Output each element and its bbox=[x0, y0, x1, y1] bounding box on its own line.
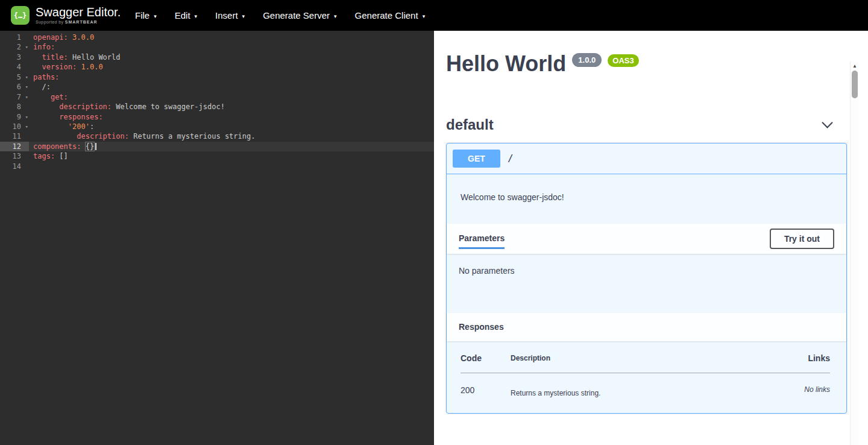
editor-line[interactable]: 13tags: [] bbox=[0, 151, 434, 161]
operation-description: Welcome to swagger-jsdoc! bbox=[447, 174, 846, 224]
code-line: description: Welcome to swagger-jsdoc! bbox=[29, 102, 225, 112]
yaml-editor[interactable]: 1openapi: 3.0.02▾info:3 title: Hello Wor… bbox=[0, 31, 434, 445]
responses-header-links: Links bbox=[764, 353, 830, 373]
operation-summary[interactable]: GET / bbox=[447, 144, 846, 174]
editor-line[interactable]: 2▾info: bbox=[0, 42, 434, 52]
editor-line[interactable]: 5▾paths: bbox=[0, 72, 434, 82]
code-line: '200': bbox=[29, 122, 94, 131]
scrollbar-up-arrow-icon[interactable]: ▲ bbox=[851, 63, 859, 69]
logo-subtitle-prefix: Supported by bbox=[36, 20, 63, 24]
response-code: 200 bbox=[461, 373, 511, 397]
line-number: 10▾ bbox=[0, 122, 29, 131]
code-line: info: bbox=[29, 42, 55, 52]
swagger-ui: Hello World 1.0.0 OAS3 default GET / Wel… bbox=[434, 52, 859, 414]
code-line bbox=[29, 162, 33, 171]
api-info: Hello World 1.0.0 OAS3 bbox=[446, 52, 847, 75]
parameters-header: Parameters Try it out bbox=[447, 224, 846, 254]
fold-arrow-icon[interactable]: ▾ bbox=[25, 112, 28, 122]
line-number: 4 bbox=[0, 62, 29, 72]
caret-down-icon: ▾ bbox=[423, 12, 426, 19]
text-cursor bbox=[95, 143, 96, 150]
editor-line[interactable]: 12components: {} bbox=[0, 142, 434, 151]
response-links: No links bbox=[764, 373, 830, 397]
fold-arrow-icon[interactable]: ▾ bbox=[25, 122, 28, 131]
editor-line[interactable]: 3 title: Hello World bbox=[0, 52, 434, 62]
caret-down-icon: ▾ bbox=[195, 12, 198, 19]
code-line: responses: bbox=[29, 112, 103, 122]
code-line: version: 1.0.0 bbox=[29, 62, 103, 72]
line-number: 9▾ bbox=[0, 112, 29, 122]
line-number: 1 bbox=[0, 33, 29, 42]
response-row: 200Returns a mysterious string.No links bbox=[461, 373, 830, 397]
swagger-logo-icon: {…} bbox=[11, 6, 30, 25]
chevron-down-icon[interactable] bbox=[822, 117, 832, 128]
editor-line[interactable]: 7▾ get: bbox=[0, 92, 434, 102]
code-line: title: Hello World bbox=[29, 52, 121, 62]
responses-title: Responses bbox=[459, 322, 504, 332]
logo-subtitle: Supported by SMARTBEAR bbox=[36, 20, 121, 24]
tag-section-default[interactable]: default bbox=[446, 116, 847, 133]
response-description: Returns a mysterious string. bbox=[511, 373, 764, 397]
fold-arrow-icon[interactable]: ▾ bbox=[25, 42, 28, 52]
version-badge: 1.0.0 bbox=[572, 53, 602, 67]
responses-body: Code Description Links 200Returns a myst… bbox=[447, 341, 846, 413]
menu-insert[interactable]: Insert▾ bbox=[215, 10, 245, 21]
responses-header: Responses bbox=[447, 313, 846, 341]
tab-parameters[interactable]: Parameters bbox=[459, 233, 505, 249]
code-line: paths: bbox=[29, 72, 59, 82]
fold-arrow-icon[interactable]: ▾ bbox=[25, 92, 28, 102]
preview-scrollbar[interactable]: ▲ ▼ bbox=[850, 62, 859, 445]
line-number: 7▾ bbox=[0, 92, 29, 102]
tag-section-title: default bbox=[446, 116, 494, 133]
caret-down-icon: ▾ bbox=[154, 12, 157, 19]
caret-down-icon: ▾ bbox=[334, 12, 337, 19]
try-it-out-button[interactable]: Try it out bbox=[770, 229, 834, 249]
logo-text: Swagger Editor. Supported by SMARTBEAR bbox=[36, 6, 121, 24]
api-title: Hello World bbox=[446, 52, 566, 75]
fold-arrow-icon[interactable]: ▾ bbox=[25, 72, 28, 82]
responses-table-header-row: Code Description Links bbox=[461, 353, 830, 373]
scrollbar-thumb[interactable] bbox=[852, 71, 858, 98]
main-split: 1openapi: 3.0.02▾info:3 title: Hello Wor… bbox=[0, 31, 868, 445]
menu-file[interactable]: File▾ bbox=[135, 10, 157, 21]
menu-label: Generate Server bbox=[263, 10, 330, 21]
code-line: get: bbox=[29, 92, 68, 102]
logo-subtitle-brand: SMARTBEAR bbox=[65, 20, 98, 24]
responses-header-description: Description bbox=[511, 353, 764, 373]
code-line: description: Returns a mysterious string… bbox=[29, 131, 255, 141]
responses-header-code: Code bbox=[461, 353, 511, 373]
fold-arrow-icon[interactable]: ▾ bbox=[25, 82, 28, 92]
code-line: components: {} bbox=[29, 142, 96, 151]
line-number: 5▾ bbox=[0, 72, 29, 82]
line-number: 12 bbox=[0, 142, 29, 151]
line-number: 2▾ bbox=[0, 42, 29, 52]
editor-line[interactable]: 10▾ '200': bbox=[0, 122, 434, 131]
line-number: 3 bbox=[0, 52, 29, 62]
line-number: 11 bbox=[0, 131, 29, 141]
menu-generate-server[interactable]: Generate Server▾ bbox=[263, 10, 336, 21]
menu-generate-client[interactable]: Generate Client▾ bbox=[355, 10, 426, 21]
menu-edit[interactable]: Edit▾ bbox=[175, 10, 197, 21]
line-number: 6▾ bbox=[0, 82, 29, 92]
editor-line[interactable]: 6▾ /: bbox=[0, 82, 434, 92]
menu-bar: File▾Edit▾Insert▾Generate Server▾Generat… bbox=[135, 10, 425, 21]
code-line: openapi: 3.0.0 bbox=[29, 33, 94, 42]
oas-badge: OAS3 bbox=[608, 54, 638, 67]
line-number: 14 bbox=[0, 162, 29, 171]
menu-label: Generate Client bbox=[355, 10, 418, 21]
editor-line[interactable]: 11 description: Returns a mysterious str… bbox=[0, 131, 434, 141]
line-number: 8 bbox=[0, 102, 29, 112]
editor-line[interactable]: 1openapi: 3.0.0 bbox=[0, 33, 434, 42]
operation-path: / bbox=[508, 153, 514, 164]
operation-block: GET / Welcome to swagger-jsdoc! Paramete… bbox=[446, 143, 847, 414]
editor-line[interactable]: 9▾ responses: bbox=[0, 112, 434, 122]
menu-label: Edit bbox=[175, 10, 190, 21]
editor-line[interactable]: 8 description: Welcome to swagger-jsdoc! bbox=[0, 102, 434, 112]
parameters-body: No parameters bbox=[447, 254, 846, 313]
preview-pane: Hello World 1.0.0 OAS3 default GET / Wel… bbox=[434, 31, 859, 445]
caret-down-icon: ▾ bbox=[242, 12, 245, 19]
editor-line[interactable]: 14 bbox=[0, 162, 434, 171]
method-badge-get: GET bbox=[453, 150, 500, 168]
editor-line[interactable]: 4 version: 1.0.0 bbox=[0, 62, 434, 72]
app-title: Swagger Editor. bbox=[36, 6, 121, 19]
